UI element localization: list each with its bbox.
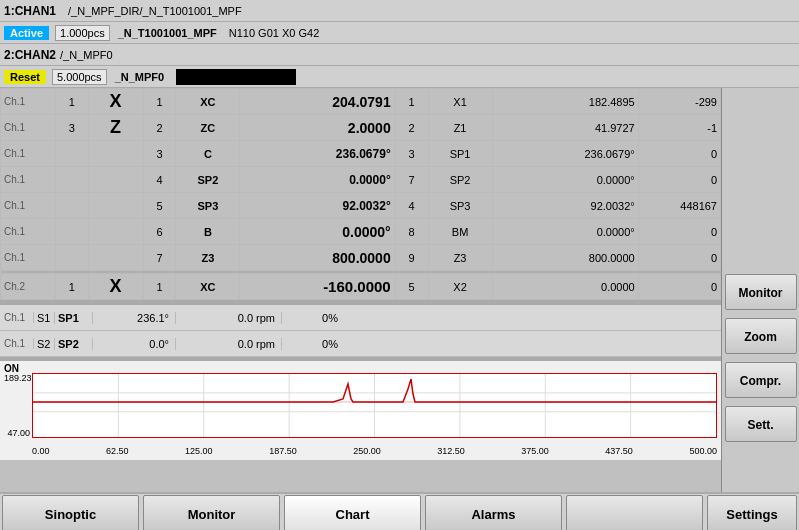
cell-ch: Ch.2 xyxy=(1,274,56,300)
cell-num: 5 xyxy=(143,193,176,219)
table-row: Ch.1 5 SP3 92.0032° 4 SP3 92.0032° 44816… xyxy=(1,193,721,219)
tab-sinoptic[interactable]: Sinoptic xyxy=(2,495,139,530)
cell-label: C xyxy=(176,141,240,167)
cell-num: 6 xyxy=(143,219,176,245)
chart-section: ON 189.23 47.00 xyxy=(0,360,721,460)
chart-inner xyxy=(32,373,717,438)
chart-area: 189.23 47.00 xyxy=(4,365,717,458)
cell-axis xyxy=(88,245,143,271)
cell-value: 236.0679° xyxy=(240,141,395,167)
cell-extra: 0 xyxy=(638,167,720,193)
reset-badge: Reset xyxy=(4,70,46,84)
cell-value2: 800.0000 xyxy=(492,245,638,271)
cell-idx1: 1 xyxy=(55,89,88,115)
tab-alarms[interactable]: Alarms xyxy=(425,495,562,530)
cell-label: SP2 xyxy=(176,167,240,193)
cell-label: SP3 xyxy=(176,193,240,219)
cell-num: 4 xyxy=(143,167,176,193)
cell-extra: 0 xyxy=(638,219,720,245)
cell-idx1: 1 xyxy=(55,274,88,300)
cell-num: 1 xyxy=(143,89,176,115)
reset-row: Reset 5.000pcs _N_MPF0 xyxy=(0,66,799,88)
cell-idx1: 3 xyxy=(55,115,88,141)
cell-ch: Ch.1 xyxy=(1,141,56,167)
cell-axis xyxy=(88,219,143,245)
pgm2-name: _N_MPF0 xyxy=(115,71,165,83)
cell-value: 0.0000° xyxy=(240,167,395,193)
cell-idx1 xyxy=(55,245,88,271)
cell-extra: -1 xyxy=(638,115,720,141)
cell-idx1 xyxy=(55,167,88,193)
main-area: Ch.1 1 X 1 XC 204.0791 1 X1 182.4895 -29… xyxy=(0,88,799,492)
cell-ch: Ch.1 xyxy=(1,245,56,271)
cell-ch: Ch.1 xyxy=(1,219,56,245)
table-row: Ch.1 6 B 0.0000° 8 BM 0.0000° 0 xyxy=(1,219,721,245)
y-mid-label: 47.00 xyxy=(4,428,30,438)
spindle-row: Ch.1 S2 SP2 0.0° 0.0 rpm 0% xyxy=(0,331,721,357)
data-table-container: Ch.1 1 X 1 XC 204.0791 1 X1 182.4895 -29… xyxy=(0,88,721,300)
cell-axis xyxy=(88,167,143,193)
tab-settings[interactable]: Settings xyxy=(707,495,797,530)
monitor-button[interactable]: Monitor xyxy=(725,274,797,310)
table-row: Ch.1 1 X 1 XC 204.0791 1 X1 182.4895 -29… xyxy=(1,89,721,115)
cell-ch: Ch.1 xyxy=(1,167,56,193)
cell-idx1 xyxy=(55,219,88,245)
cell-idx1 xyxy=(55,141,88,167)
cell-label: B xyxy=(176,219,240,245)
cell-sep: 9 xyxy=(395,245,428,271)
cell-label2: SP1 xyxy=(428,141,492,167)
right-panel: Monitor Zoom Compr. Sett. xyxy=(721,88,799,492)
table-row: Ch.1 7 Z3 800.0000 9 Z3 800.0000 0 xyxy=(1,245,721,271)
cell-value: 2.0000 xyxy=(240,115,395,141)
reset-extra xyxy=(176,69,296,85)
cell-num: 3 xyxy=(143,141,176,167)
cell-value2: 0.0000 xyxy=(492,274,638,300)
pcs1-badge: 1.000pcs xyxy=(55,25,110,41)
cell-value: 0.0000° xyxy=(240,219,395,245)
pgm1-name: _N_T1001001_MPF xyxy=(118,27,217,39)
cell-label: Z3 xyxy=(176,245,240,271)
cell-extra: 448167 xyxy=(638,193,720,219)
active-badge: Active xyxy=(4,26,49,40)
cell-label2: SP2 xyxy=(428,167,492,193)
cell-axis xyxy=(88,141,143,167)
cell-extra: 0 xyxy=(638,274,720,300)
chart-y-labels: 189.23 47.00 xyxy=(4,373,32,438)
gcode-text: N110 G01 X0 G42 xyxy=(229,27,320,39)
active-row: Active 1.000pcs _N_T1001001_MPF N110 G01… xyxy=(0,22,799,44)
cell-sep: 5 xyxy=(395,274,428,300)
cell-num: 2 xyxy=(143,115,176,141)
cell-label: ZC xyxy=(176,115,240,141)
zoom-button[interactable]: Zoom xyxy=(725,318,797,354)
chart-x-labels: 0.00 62.50 125.00 187.50 250.00 312.50 3… xyxy=(32,446,717,456)
tab-empty xyxy=(566,495,703,530)
cell-label2: X2 xyxy=(428,274,492,300)
cell-sep: 2 xyxy=(395,115,428,141)
cell-axis xyxy=(88,193,143,219)
sett-button[interactable]: Sett. xyxy=(725,406,797,442)
tab-chart[interactable]: Chart xyxy=(284,495,421,530)
cell-axis: Z xyxy=(88,115,143,141)
cell-sep: 4 xyxy=(395,193,428,219)
cell-label: XC xyxy=(176,274,240,300)
header-row1: 1:CHAN1 /_N_MPF_DIR/_N_T1001001_MPF xyxy=(0,0,799,22)
chart-svg xyxy=(33,374,716,437)
data-section: Ch.1 1 X 1 XC 204.0791 1 X1 182.4895 -29… xyxy=(0,88,721,492)
header-row2: 2:CHAN2 /_N_MPF0 xyxy=(0,44,799,66)
cell-extra: -299 xyxy=(638,89,720,115)
cell-label2: X1 xyxy=(428,89,492,115)
tab-monitor[interactable]: Monitor xyxy=(143,495,280,530)
bottom-bar: Sinoptic Monitor Chart Alarms Settings xyxy=(0,492,799,530)
cell-sep: 7 xyxy=(395,167,428,193)
cell-idx1 xyxy=(55,193,88,219)
cell-label2: SP3 xyxy=(428,193,492,219)
cell-value: 204.0791 xyxy=(240,89,395,115)
cell-num: 7 xyxy=(143,245,176,271)
cell-extra: 0 xyxy=(638,141,720,167)
pcs2-badge: 5.000pcs xyxy=(52,69,107,85)
cell-label2: Z1 xyxy=(428,115,492,141)
cell-sep: 8 xyxy=(395,219,428,245)
compr-button[interactable]: Compr. xyxy=(725,362,797,398)
table-row: Ch.1 3 C 236.0679° 3 SP1 236.0679° 0 xyxy=(1,141,721,167)
table-row: Ch.1 4 SP2 0.0000° 7 SP2 0.0000° 0 xyxy=(1,167,721,193)
